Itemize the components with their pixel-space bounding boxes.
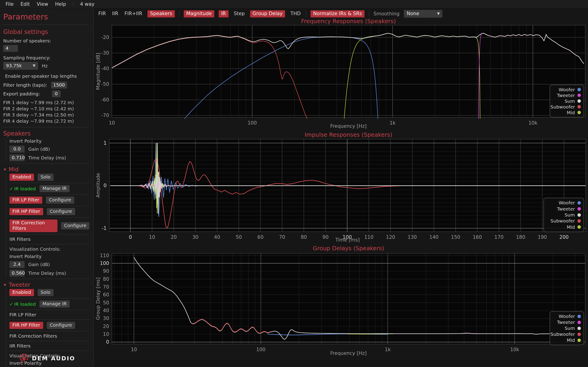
svg-text:160: 160 [473,234,482,240]
legend-item-subwoofer[interactable]: Subwoofer [547,218,581,224]
legend-item-mid[interactable]: Mid [553,337,581,343]
svg-text:100: 100 [256,347,266,352]
svg-text:50: 50 [236,234,242,240]
legend-item-woofer[interactable]: Woofer [547,200,581,206]
svg-text:-50: -50 [101,81,109,87]
svg-text:30: 30 [192,234,199,240]
svg-text:-1: -1 [102,225,107,231]
svg-text:100: 100 [248,120,257,126]
legend-item-subwoofer[interactable]: Subwoofer [553,331,581,337]
legend-item-sum[interactable]: Sum [553,325,581,331]
legend-group-delays: WooferTweeterSumSubwooferMid [550,311,584,345]
svg-text:60: 60 [103,292,109,298]
legend-item-tweeter[interactable]: Tweeter [547,206,581,212]
group-delays-plot[interactable] [112,253,585,344]
svg-text:80: 80 [301,234,307,240]
y-axis-label-group-delay: Group Delay [ms] [95,277,101,320]
svg-text:200: 200 [560,234,569,240]
svg-text:10: 10 [149,234,155,240]
legend-color-dot [578,327,581,330]
svg-text:80: 80 [103,276,109,282]
svg-text:110: 110 [100,253,109,258]
y-axis-label-magnitude: Magnitude [dB] [95,53,101,90]
svg-text:190: 190 [538,234,547,240]
svg-text:40: 40 [103,308,109,313]
y-axis-label-amplitude: Amplitude [95,173,101,198]
svg-text:-60: -60 [101,97,109,102]
legend-color-dot [578,213,581,217]
legend-label: Subwoofer [551,218,575,224]
svg-text:70: 70 [279,234,285,240]
svg-text:120: 120 [386,234,395,240]
legend-color-dot [578,105,581,108]
svg-text:0: 0 [129,234,132,240]
svg-text:10: 10 [103,332,109,337]
svg-text:10: 10 [109,120,115,126]
legend-label: Sum [565,212,575,218]
legend-label: Subwoofer [551,104,575,110]
svg-text:150: 150 [451,234,460,240]
svg-text:110: 110 [364,234,373,240]
legend-color-dot [578,219,581,223]
svg-text:20: 20 [103,324,109,329]
legend-label: Sum [565,98,575,104]
svg-text:60: 60 [258,234,264,240]
svg-text:0: 0 [104,183,107,188]
svg-text:50: 50 [103,300,109,306]
svg-text:10k: 10k [510,347,519,352]
svg-text:70: 70 [103,284,109,290]
legend-item-sum[interactable]: Sum [547,212,581,218]
legend-item-mid[interactable]: Mid [553,110,581,115]
svg-text:-20: -20 [101,35,109,40]
svg-text:1k: 1k [385,347,391,352]
svg-text:10: 10 [131,347,137,352]
legend-label: Tweeter [557,319,575,325]
svg-text:40: 40 [214,234,220,240]
legend-item-sum[interactable]: Sum [553,98,581,104]
legend-label: Woofer [559,314,575,319]
svg-text:-30: -30 [101,50,109,56]
legend-color-dot [578,333,581,336]
legend-label: Tweeter [557,206,575,212]
svg-text:0: 0 [106,339,109,345]
svg-text:-70: -70 [101,113,109,118]
legend-color-dot [578,339,581,342]
legend-color-dot [578,315,581,318]
legend-item-mid[interactable]: Mid [547,224,581,230]
svg-text:10k: 10k [528,120,538,126]
svg-text:90: 90 [103,268,109,274]
impulse-responses-plot[interactable] [109,139,586,232]
legend-color-dot [578,207,581,211]
legend-item-tweeter[interactable]: Tweeter [553,92,581,98]
legend-label: Mid [567,110,575,115]
legend-color-dot [578,88,581,91]
legend-impulse-responses: WooferTweeterSumSubwooferMid [544,198,584,232]
svg-text:90: 90 [322,234,329,240]
legend-color-dot [578,99,581,103]
legend-item-woofer[interactable]: Woofer [553,313,581,319]
legend-item-tweeter[interactable]: Tweeter [553,319,581,325]
chart-title-group-delays: Group Delays (Speakers) [313,245,384,252]
legend-label: Mid [567,337,575,343]
legend-item-woofer[interactable]: Woofer [553,87,581,92]
svg-text:180: 180 [516,234,525,240]
legend-color-dot [578,94,581,97]
svg-text:-40: -40 [101,66,109,71]
legend-color-dot [578,321,581,324]
svg-text:130: 130 [408,234,417,240]
legend-frequency-responses: WooferTweeterSumSubwooferMid [550,85,584,117]
svg-text:140: 140 [429,234,439,240]
x-axis-label-frequency-1: Frequency [Hz] [330,123,367,129]
legend-label: Sum [565,325,575,331]
x-axis-label-time: Time [ms] [335,237,360,243]
svg-text:1: 1 [104,140,107,146]
svg-text:100: 100 [100,261,109,266]
legend-label: Woofer [559,87,575,92]
legend-color-dot [578,201,581,205]
legend-label: Woofer [559,200,575,206]
legend-label: Tweeter [557,93,575,98]
legend-color-dot [578,111,581,114]
frequency-responses-plot[interactable] [112,25,585,117]
legend-item-subwoofer[interactable]: Subwoofer [553,104,581,110]
svg-text:30: 30 [103,316,109,321]
